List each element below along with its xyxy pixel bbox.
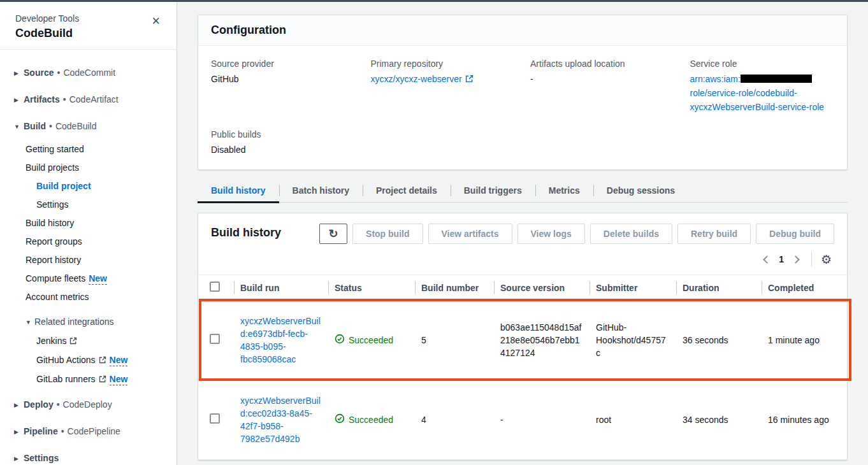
tab-debug-sessions[interactable]: Debug sessions	[593, 179, 688, 202]
select-all-checkbox[interactable]	[210, 282, 220, 292]
new-badge: New	[89, 273, 107, 285]
sidebar-item-jenkins[interactable]: Jenkins	[14, 334, 165, 348]
sidebar-item-report-groups[interactable]: Report groups	[14, 235, 165, 248]
sidebar-item-build[interactable]: ▼Build•CodeBuild	[14, 120, 165, 133]
retry-build-button[interactable]: Retry build	[677, 224, 751, 244]
sidebar-item-build-projects[interactable]: Build projects	[14, 161, 165, 174]
sidebar-eyebrow: Developer Tools	[15, 13, 163, 24]
chevron-down-icon: ▼	[25, 316, 34, 329]
sidebar-nav: ▶Source•CodeCommit ▶Artifacts•CodeArtifa…	[0, 50, 177, 465]
column-header-build-run: Build run	[234, 275, 328, 301]
sidebar-item-related-integrations[interactable]: ▼Related integrations	[14, 315, 165, 329]
toolbar-divider	[811, 252, 812, 267]
sidebar-item-artifacts[interactable]: ▶Artifacts•CodeArtifact	[14, 93, 165, 106]
close-icon[interactable]: ×	[148, 13, 164, 29]
submitter-cell: GitHub-Hookshot/d45757c	[590, 301, 676, 380]
delete-builds-button[interactable]: Delete builds	[590, 224, 672, 244]
sidebar-item-deploy[interactable]: ▶Deploy•CodeDeploy	[14, 398, 165, 411]
field-source-provider: Source provider GitHub	[211, 59, 356, 114]
sidebar-item-report-history[interactable]: Report history	[14, 254, 165, 266]
sidebar-item-source[interactable]: ▶Source•CodeCommit	[14, 66, 165, 80]
pagination-current-page[interactable]: 1	[776, 254, 786, 264]
sidebar-item-getting-started[interactable]: Getting started	[14, 143, 165, 155]
column-header-status: Status	[328, 275, 415, 301]
field-service-role: Service role arn:aws:iam:role/service-ro…	[690, 59, 835, 114]
sidebar-item-pipeline[interactable]: ▶Pipeline•CodePipeline	[14, 425, 165, 438]
column-header-source-version: Source version	[494, 275, 590, 301]
build-number-cell: 5	[415, 301, 494, 380]
column-separator	[590, 281, 590, 294]
primary-repository-link[interactable]: xycxz/xycxz-webserver	[371, 74, 474, 84]
field-artifacts-upload-location: Artifacts upload location -	[530, 59, 675, 114]
pagination-prev-button[interactable]	[758, 253, 776, 266]
field-label: Source provider	[211, 59, 356, 69]
row-checkbox[interactable]	[210, 413, 220, 424]
chevron-right-icon: ▶	[14, 426, 24, 438]
sidebar-item-account-metrics[interactable]: Account metrics	[14, 290, 165, 303]
bullet-separator: •	[63, 94, 66, 104]
tab-build-history[interactable]: Build history	[198, 179, 279, 202]
redacted-account-id	[741, 75, 812, 83]
pagination-next-button[interactable]	[786, 253, 805, 266]
sidebar-item-build-history[interactable]: Build history	[14, 217, 165, 229]
field-label: Service role	[690, 59, 835, 69]
field-label: Public builds	[211, 129, 834, 140]
debug-build-button[interactable]: Debug build	[756, 224, 834, 244]
column-header-build-number: Build number	[415, 275, 494, 301]
service-role-link[interactable]: arn:aws:iam:role/service-role/codebuild-…	[690, 74, 825, 112]
stop-build-button[interactable]: Stop build	[352, 224, 423, 244]
build-history-title: Build history	[211, 224, 281, 240]
table-row: xycxzWebserverBuild:cec02d33-8a45-42f7-b…	[198, 380, 847, 460]
new-badge: New	[110, 374, 128, 385]
sidebar-item-settings[interactable]: ▶Settings	[14, 452, 165, 465]
column-header-completed: Completed	[762, 275, 847, 301]
sidebar-item-build-project[interactable]: Build project	[14, 180, 165, 192]
external-link-icon	[465, 73, 474, 87]
success-check-icon	[335, 413, 345, 427]
field-primary-repository: Primary repository xycxz/xycxz-webserver	[371, 59, 516, 114]
external-link-icon	[99, 354, 106, 367]
chevron-right-icon	[792, 255, 800, 264]
tab-build-triggers[interactable]: Build triggers	[451, 179, 535, 202]
submitter-cell: root	[590, 380, 676, 460]
field-value: GitHub	[211, 72, 356, 86]
build-run-link[interactable]: xycxzWebserverBuild:cec02d33-8a45-42f7-b…	[240, 396, 321, 444]
sidebar-item-compute-fleets[interactable]: Compute fleetsNew	[14, 272, 165, 285]
build-number-cell: 4	[415, 380, 494, 460]
bullet-separator: •	[57, 399, 60, 410]
view-artifacts-button[interactable]: View artifacts	[428, 224, 512, 244]
status-badge: Succeeded	[335, 413, 409, 427]
source-version-cell: -	[494, 380, 590, 460]
field-value: -	[530, 72, 675, 86]
chevron-right-icon: ▶	[14, 399, 24, 411]
status-badge: Succeeded	[335, 334, 409, 347]
tab-batch-history[interactable]: Batch history	[279, 179, 363, 202]
refresh-button[interactable]: ↻	[319, 224, 347, 244]
completed-cell: 1 minute ago	[762, 301, 847, 380]
duration-cell: 36 seconds	[676, 301, 762, 380]
column-header-duration: Duration	[676, 275, 762, 301]
field-value: Disabled	[211, 143, 834, 157]
external-link-icon	[69, 335, 77, 348]
chevron-right-icon: ▶	[14, 452, 24, 465]
project-tabs: Build history Batch history Project deta…	[198, 179, 848, 203]
configuration-title: Configuration	[211, 24, 286, 36]
tab-project-details[interactable]: Project details	[363, 179, 451, 202]
sidebar-item-gitlab-runners[interactable]: GitLab runnersNew	[14, 373, 165, 386]
main-content: Configuration Source provider GitHub Pri…	[177, 2, 868, 465]
sidebar: Developer Tools CodeBuild × ▶Source•Code…	[0, 2, 177, 465]
column-separator	[234, 281, 235, 294]
sidebar-item-github-actions[interactable]: GitHub ActionsNew	[14, 354, 165, 367]
completed-cell: 16 minutes ago	[762, 380, 847, 460]
column-separator	[676, 281, 677, 294]
sidebar-title: CodeBuild	[15, 27, 163, 40]
preferences-button[interactable]: ⚙	[818, 254, 834, 266]
build-run-link[interactable]: xycxzWebserverBuild:e6973dbf-fecb-4835-b…	[240, 316, 321, 364]
chevron-down-icon: ▼	[14, 120, 24, 133]
refresh-icon: ↻	[329, 227, 338, 240]
row-checkbox[interactable]	[210, 334, 220, 344]
field-public-builds: Public builds Disabled	[211, 129, 834, 157]
view-logs-button[interactable]: View logs	[517, 224, 585, 244]
sidebar-item-project-settings[interactable]: Settings	[14, 198, 165, 211]
tab-metrics[interactable]: Metrics	[535, 179, 593, 202]
